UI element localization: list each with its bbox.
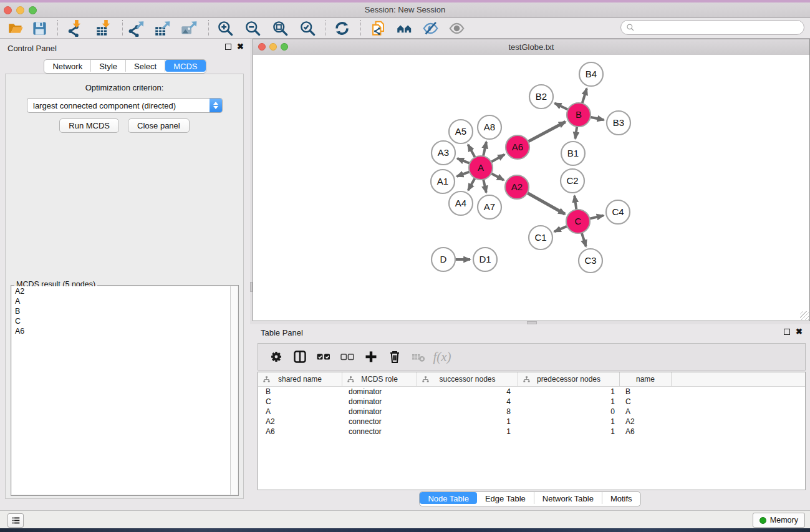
toolbar-group — [5, 19, 50, 37]
network-canvas[interactable]: AA1A2A3A4A5A6A7A8BB1B2B3B4CC1C2C3C4DD1 — [253, 55, 809, 321]
tab-motifs[interactable]: Motifs — [602, 492, 640, 504]
column-header-shared-name[interactable]: shared name — [258, 372, 342, 386]
mcds-result-item[interactable]: C — [12, 316, 230, 326]
edge-B-B1 — [575, 127, 577, 138]
memory-button[interactable]: Memory — [753, 513, 805, 528]
floppy-icon — [31, 20, 48, 37]
tab-network[interactable]: Network — [44, 60, 91, 72]
float-panel-icon[interactable] — [225, 44, 231, 50]
mcds-result-item[interactable]: A — [12, 296, 230, 306]
mcds-result-item[interactable]: A2 — [12, 286, 230, 296]
run-mcds-button[interactable]: Run MCDS — [59, 118, 119, 133]
tab-style[interactable]: Style — [91, 60, 126, 72]
delete-column-button[interactable] — [383, 346, 407, 367]
table-toolbar: f(x) — [258, 343, 806, 370]
tab-mcds[interactable]: MCDS — [165, 60, 205, 72]
column-header-MCDS-role[interactable]: MCDS role — [342, 372, 417, 386]
zoom-selected-button[interactable] — [297, 19, 318, 37]
hide-selected-button[interactable] — [420, 19, 441, 37]
export-network-button[interactable] — [125, 19, 147, 37]
table-row[interactable]: A2connector11A2 — [258, 417, 805, 427]
first-neighbors-button[interactable] — [393, 19, 415, 37]
graph-node-B[interactable]: B — [567, 103, 591, 127]
column-header-predecessor-nodes[interactable]: predecessor nodes — [518, 372, 620, 386]
graph-node-B2[interactable]: B2 — [529, 85, 553, 109]
node-table-body: Bdominator41BCdominator41CAdominator80AA… — [258, 387, 805, 437]
table-cell: 1 — [417, 427, 518, 437]
graph-node-C4[interactable]: C4 — [606, 200, 630, 224]
graph-node-B4[interactable]: B4 — [579, 62, 603, 86]
search-input[interactable] — [635, 22, 804, 33]
zoom-in-button[interactable] — [215, 19, 236, 37]
edge-A-A5 — [468, 145, 475, 157]
graph-node-A[interactable]: A — [469, 156, 493, 180]
settings-button[interactable] — [264, 346, 288, 367]
graph-node-A4[interactable]: A4 — [449, 191, 473, 215]
graph-node-A3[interactable]: A3 — [432, 141, 455, 165]
mcds-result-item[interactable]: B — [12, 306, 230, 316]
mcds-result-item[interactable]: A6 — [12, 326, 230, 336]
deselect-all-rows-button[interactable] — [335, 346, 359, 367]
close-panel-button[interactable]: Close panel — [128, 118, 190, 133]
hierarchy-icon — [523, 375, 531, 384]
show-all-button[interactable] — [446, 19, 467, 37]
table-row[interactable]: Cdominator41C — [258, 397, 805, 407]
criterion-select[interactable]: largest connected component (directed) — [27, 98, 223, 113]
import-network-button[interactable] — [64, 19, 85, 37]
network-window-titlebar[interactable]: testGlobe.txt — [253, 39, 809, 56]
column-header-label: shared name — [278, 375, 322, 384]
graph-node-B3[interactable]: B3 — [607, 111, 630, 135]
tab-select[interactable]: Select — [126, 60, 165, 72]
column-header-name[interactable]: name — [620, 372, 672, 386]
graph-node-A5[interactable]: A5 — [449, 120, 473, 143]
zoom-out-button[interactable] — [242, 19, 263, 37]
window-resize-grip[interactable] — [800, 311, 809, 320]
svg-text:B3: B3 — [613, 117, 624, 128]
column-header-successor-nodes[interactable]: successor nodes — [417, 372, 518, 386]
tab-network-table[interactable]: Network Table — [534, 492, 602, 504]
task-history-button[interactable] — [7, 513, 24, 528]
graph-node-C3[interactable]: C3 — [579, 249, 602, 273]
graph-node-A8[interactable]: A8 — [478, 115, 501, 139]
mcds-result-scrollbar[interactable] — [231, 286, 238, 495]
table-cell: B — [620, 387, 672, 397]
graph-node-C2[interactable]: C2 — [561, 169, 584, 193]
hierarchy-icon — [347, 375, 355, 384]
table-row[interactable]: Bdominator41B — [258, 387, 805, 397]
graph-node-B1[interactable]: B1 — [561, 142, 585, 165]
table-row[interactable]: A6connector11A6 — [258, 427, 805, 437]
tab-node-table[interactable]: Node Table — [420, 492, 477, 504]
tab-edge-table[interactable]: Edge Table — [477, 492, 534, 504]
export-image-button[interactable] — [178, 19, 199, 37]
graph-node-A7[interactable]: A7 — [478, 195, 501, 219]
toolbar-separator — [122, 20, 123, 36]
table-cell: A6 — [258, 427, 342, 437]
column-layout-button[interactable] — [288, 346, 312, 367]
new-network-from-selection-button[interactable] — [367, 19, 388, 37]
zoom-fit-button[interactable] — [269, 19, 291, 37]
graph-node-C1[interactable]: C1 — [529, 226, 552, 249]
graph-node-A6[interactable]: A6 — [506, 135, 529, 159]
main-titlebar[interactable]: Session: New Session — [0, 2, 810, 18]
mcds-result-list[interactable]: A2ABCA6 — [12, 286, 231, 495]
graph-node-D[interactable]: D — [432, 248, 455, 271]
graph-node-A2[interactable]: A2 — [505, 175, 529, 199]
select-all-rows-button[interactable] — [312, 346, 335, 367]
add-column-button[interactable] — [359, 346, 383, 367]
import-network-icon — [66, 20, 83, 37]
close-panel-icon[interactable]: ✖ — [796, 329, 803, 335]
edge-A-A8 — [483, 142, 486, 156]
graph-node-D1[interactable]: D1 — [473, 248, 497, 271]
search-box[interactable] — [620, 20, 804, 35]
export-table-button[interactable] — [152, 19, 173, 37]
close-panel-icon[interactable]: ✖ — [237, 44, 244, 50]
graph-node-C[interactable]: C — [566, 210, 590, 233]
save-session-button[interactable] — [29, 19, 50, 37]
import-table-button[interactable] — [92, 19, 113, 37]
table-row[interactable]: Adominator80A — [258, 407, 805, 417]
graph-node-A1[interactable]: A1 — [431, 170, 455, 193]
edge-C-C1 — [554, 226, 567, 232]
float-panel-icon[interactable] — [784, 329, 790, 335]
apply-layout-button[interactable] — [331, 19, 352, 37]
open-session-button[interactable] — [5, 19, 26, 37]
